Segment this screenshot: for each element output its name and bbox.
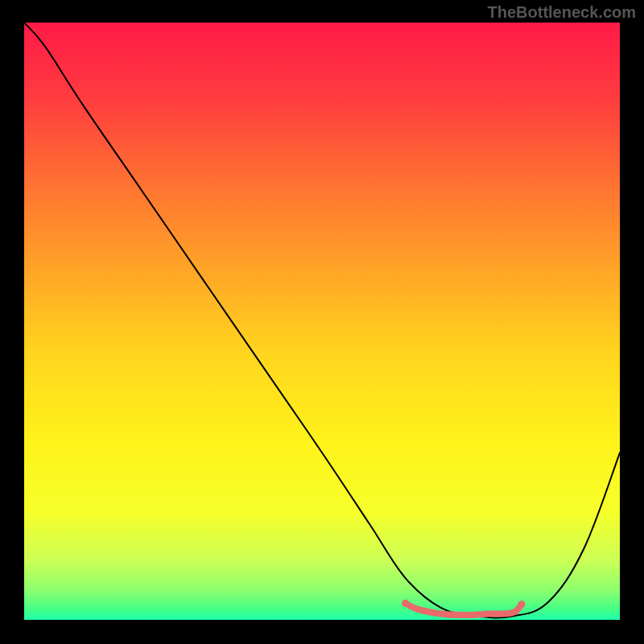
highlight-end-dot: [402, 600, 409, 607]
plot-area: [24, 23, 620, 620]
watermark-text: TheBottleneck.com: [488, 3, 636, 22]
chart-frame: TheBottleneck.com: [0, 0, 644, 644]
highlight-end-dot: [518, 601, 525, 608]
gradient-background: [24, 23, 620, 620]
plot-inner: [24, 23, 620, 620]
chart-svg: [24, 23, 620, 620]
